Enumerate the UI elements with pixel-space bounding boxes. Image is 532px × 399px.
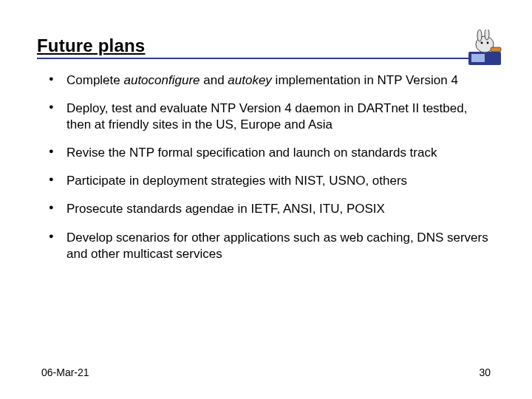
- bullet-text: and: [200, 73, 228, 87]
- slide-title: Future plans: [37, 35, 145, 56]
- footer-date: 06-Mar-21: [41, 366, 89, 378]
- rabbit-logo: [461, 30, 508, 69]
- bullet-text: Deploy, test and evaluate NTP Version 4 …: [66, 101, 467, 132]
- bullet-list: Complete autoconfigure and autokey imple…: [37, 72, 495, 262]
- svg-point-5: [481, 42, 483, 44]
- bullet-text: Complete: [66, 73, 123, 87]
- bullet-em: autoconfigure: [123, 73, 200, 87]
- footer: 06-Mar-21 30: [41, 366, 491, 378]
- bullet-text: implementation in NTP Version 4: [272, 73, 458, 87]
- bullet-item: Complete autoconfigure and autokey imple…: [49, 72, 495, 89]
- footer-page: 30: [479, 366, 491, 378]
- bullet-text: Prosecute standards agendae in IETF, ANS…: [66, 202, 385, 216]
- svg-point-6: [487, 42, 489, 44]
- bullet-item: Participate in deployment strategies wit…: [49, 173, 495, 189]
- bullet-item: Prosecute standards agendae in IETF, ANS…: [49, 201, 495, 217]
- bullet-em: autokey: [228, 73, 272, 87]
- svg-point-4: [485, 30, 489, 40]
- bullet-item: Deploy, test and evaluate NTP Version 4 …: [49, 100, 495, 133]
- svg-rect-7: [491, 47, 501, 52]
- slide: Future plans Complete autoconfigure and …: [0, 0, 532, 399]
- bullet-text: Develop scenarios for other applications…: [66, 231, 488, 261]
- bullet-text: Participate in deployment strategies wit…: [66, 174, 407, 188]
- svg-rect-1: [471, 54, 485, 62]
- bullet-text: Revise the NTP formal specification and …: [66, 146, 437, 160]
- title-row: Future plans: [37, 35, 495, 59]
- bullet-item: Develop scenarios for other applications…: [49, 230, 495, 262]
- bullet-item: Revise the NTP formal specification and …: [49, 145, 495, 161]
- svg-point-3: [477, 30, 482, 41]
